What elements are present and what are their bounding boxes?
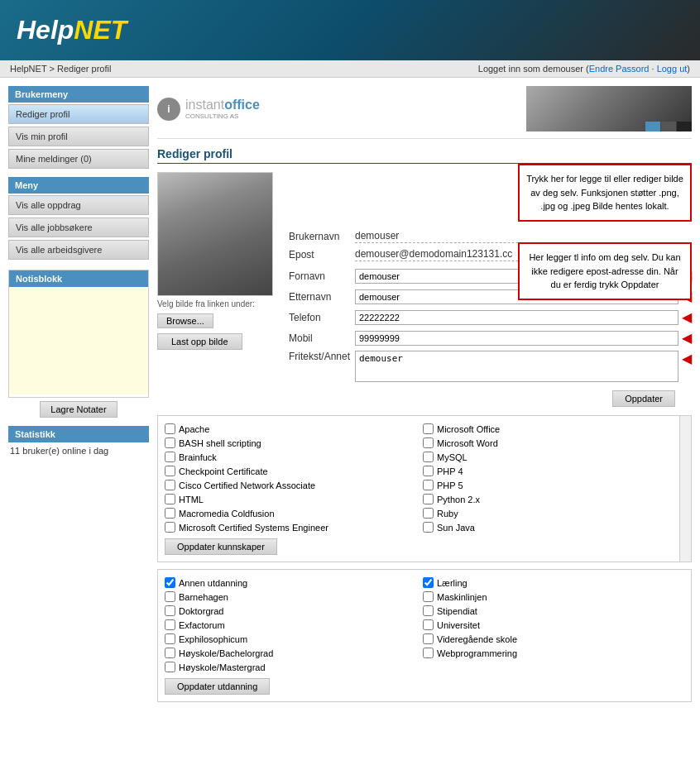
skill-item: Brainfuck [165, 451, 415, 463]
edu-item: Videregående skole [423, 633, 673, 645]
skill-checkbox[interactable] [423, 437, 434, 448]
edu-item: Exfactorum [165, 619, 415, 631]
sidebar-item-vis-alle-jobbsokere[interactable]: Vis alle jobbsøkere [8, 218, 149, 237]
profile-photo [157, 172, 273, 296]
oppdater-kuns-wrapper: Oppdater kunnskaper [165, 538, 673, 555]
skill-item: Microsoft Certified Systems Engineer [165, 521, 415, 533]
skill-checkbox[interactable] [423, 423, 434, 434]
mobil-arrow: ◀ [682, 330, 692, 346]
skill-checkbox[interactable] [165, 452, 175, 462]
skill-item: Ruby [423, 507, 673, 519]
skill-item: Python 2.x [423, 493, 673, 505]
skill-item: HTML [165, 493, 415, 505]
skill-checkbox[interactable] [165, 466, 175, 476]
mobil-label: Mobil [289, 332, 355, 344]
brukermeny-title: Brukermeny [8, 86, 149, 103]
profile-photo-placeholder [158, 173, 272, 295]
edu-item: Lærling [423, 576, 673, 589]
edu-checkbox[interactable] [165, 605, 175, 616]
sidebar-item-vis-alle-oppdrag[interactable]: Vis alle oppdrag [8, 195, 149, 215]
edu-checkbox[interactable] [165, 619, 175, 630]
profile-photo-area: Velg bilde fra linken under: Browse... L… [157, 172, 277, 407]
statistikk-text: 11 bruker(e) online i dag [8, 442, 149, 459]
statistikk-title: Statistikk [8, 426, 149, 442]
skill-item: Macromedia Coldfusion [165, 507, 415, 519]
oppdater-kunnskaper-button[interactable]: Oppdater kunnskaper [165, 538, 277, 555]
login-info: Logget inn som demouser (Endre Passord ·… [478, 64, 690, 74]
oppdater-button[interactable]: Oppdater [612, 390, 675, 407]
edu-item: Universitet [423, 619, 673, 631]
last-opp-button[interactable]: Last opp bilde [157, 333, 242, 350]
edu-checkbox[interactable] [423, 605, 434, 616]
edu-checkbox[interactable] [423, 648, 434, 658]
telefon-arrow: ◀ [682, 309, 692, 325]
notisblokk-title: Notisblokk [9, 270, 148, 287]
edu-checkbox[interactable] [423, 591, 434, 602]
main-layout: Brukermeny Rediger profil Vis min profil… [0, 78, 700, 710]
fritekst-textarea[interactable]: demouser [355, 351, 678, 382]
sidebar-item-rediger-profil[interactable]: Rediger profil [8, 104, 149, 124]
skill-checkbox[interactable] [165, 522, 175, 533]
banner: i instantoffice CONSULTING AS [157, 86, 692, 139]
edu-item: Webprogrammering [423, 647, 673, 659]
change-password-link[interactable]: Endre Passord [589, 64, 650, 74]
skill-checkbox[interactable] [165, 494, 175, 504]
logo-help: Help [17, 15, 74, 45]
skill-checkbox[interactable] [423, 508, 434, 519]
etternavn-label: Etternavn [289, 291, 355, 303]
banner-office-text: office [224, 98, 260, 112]
skill-checkbox[interactable] [165, 480, 175, 490]
banner-sub-text: CONSULTING AS [185, 112, 260, 120]
fornavn-label: Fornavn [289, 270, 355, 282]
telefon-input[interactable] [355, 310, 678, 325]
scrollbar[interactable] [679, 416, 691, 562]
sidebar-item-vis-min-profil[interactable]: Vis min profil [8, 127, 149, 146]
skill-checkbox[interactable] [165, 423, 175, 434]
fritekst-row: Fritekst/Annet demouser ◀ [289, 351, 692, 382]
epost-label: Epost [289, 249, 355, 261]
skill-item: BASH shell scripting [165, 437, 415, 449]
skill-checkbox[interactable] [165, 508, 175, 519]
skill-item: Cisco Certified Network Associate [165, 479, 415, 491]
edu-item: Stipendiat [423, 605, 673, 617]
edu-checkbox[interactable] [165, 648, 175, 658]
skill-checkbox[interactable] [423, 522, 434, 533]
edu-item: Høyskole/Mastergrad [165, 661, 415, 673]
skills-section: ApacheMicrosoft OfficeBASH shell scripti… [157, 415, 692, 562]
browse-button[interactable]: Browse... [157, 313, 213, 328]
edu-checkbox[interactable] [423, 577, 434, 588]
mobil-row: Mobil ◀ [289, 330, 692, 346]
skill-checkbox[interactable] [423, 466, 434, 476]
edu-checkbox[interactable] [165, 633, 175, 644]
fritekst-label: Fritekst/Annet [289, 351, 355, 362]
meny-section: Meny Vis alle oppdrag Vis alle jobbsøker… [8, 177, 149, 260]
skill-checkbox[interactable] [423, 480, 434, 490]
edu-checkbox[interactable] [423, 619, 434, 630]
edu-checkbox[interactable] [165, 662, 175, 672]
skill-item: Microsoft Word [423, 437, 673, 449]
edu-checkbox[interactable] [165, 591, 175, 602]
oppdater-utd-wrapper: Oppdater utdanning [165, 678, 673, 695]
edu-item: Exphilosophicum [165, 633, 415, 645]
skill-item: PHP 5 [423, 479, 673, 491]
sidebar-item-vis-alle-arbeidsgivere[interactable]: Vis alle arbeidsgivere [8, 240, 149, 260]
edu-checkbox[interactable] [165, 577, 175, 588]
skill-checkbox[interactable] [423, 494, 434, 504]
sidebar-item-mine-meldinger[interactable]: Mine meldinger (0) [8, 149, 149, 169]
skill-checkbox[interactable] [165, 437, 175, 448]
edu-item: Doktorgrad [165, 605, 415, 617]
edu-checkbox[interactable] [423, 633, 434, 644]
edu-item: Høyskole/Bachelorgrad [165, 647, 415, 659]
breadcrumb: HelpNET > Rediger profil [10, 64, 111, 74]
logout-link[interactable]: Logg ut [657, 64, 688, 74]
skill-item: MySQL [423, 451, 673, 463]
mobil-input[interactable] [355, 331, 678, 346]
profile-fields-container: Trykk her for legge til eller rediger bi… [289, 172, 692, 407]
lagre-notater-button[interactable]: Lagre Notater [40, 401, 117, 418]
telefon-row: Telefon ◀ [289, 309, 692, 325]
profile-top: Velg bilde fra linken under: Browse... L… [157, 172, 692, 407]
oppdater-utdanning-button[interactable]: Oppdater utdanning [165, 678, 270, 695]
breadcrumb-bar: HelpNET > Rediger profil Logget inn som … [0, 60, 700, 78]
skill-checkbox[interactable] [423, 452, 434, 462]
notisblokk-textarea[interactable] [9, 287, 148, 394]
